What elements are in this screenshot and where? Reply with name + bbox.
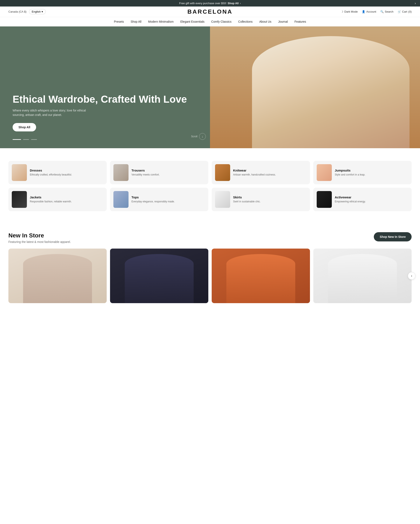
hero-dot-3[interactable] bbox=[31, 139, 37, 140]
category-thumb-knitwear bbox=[215, 164, 230, 181]
main-nav: Presets Shop All Modern Minimalism Elega… bbox=[0, 17, 420, 26]
hero-dot-2[interactable] bbox=[23, 139, 29, 140]
product-card-3[interactable] bbox=[212, 249, 310, 303]
category-desc-skirts: Swirl in sustainable chic. bbox=[233, 200, 261, 203]
country-label: Canada (CA $) bbox=[9, 10, 26, 13]
cart-button[interactable]: 🛒 Cart (0) bbox=[398, 10, 411, 13]
nav-item-shop-all[interactable]: Shop All bbox=[131, 20, 141, 23]
model-shape bbox=[252, 36, 410, 148]
user-icon: 👤 bbox=[362, 10, 365, 13]
products-next-arrow[interactable]: › bbox=[408, 272, 415, 280]
category-card-knitwear[interactable]: Knitwear Artisan warmth, handcrafted coz… bbox=[212, 161, 310, 184]
nav-item-comfy-classics[interactable]: Comfy Classics bbox=[211, 20, 231, 23]
product-thumb-2 bbox=[110, 249, 208, 303]
language-selector[interactable]: English ▾ bbox=[29, 9, 46, 14]
hero-section: Ethical Wardrobe, Crafted With Love Wher… bbox=[0, 26, 420, 148]
hero-heading: Ethical Wardrobe, Crafted With Love bbox=[13, 93, 197, 105]
category-info-activewear: Activewear Empowering ethical energy. bbox=[335, 195, 366, 203]
hero-dots bbox=[13, 139, 37, 140]
categories-section: Dresses Ethically crafted, effortlessly … bbox=[0, 148, 420, 224]
category-name-tops: Tops bbox=[131, 195, 175, 199]
nav-item-journal[interactable]: Journal bbox=[278, 20, 288, 23]
nav-item-collections[interactable]: Collections bbox=[238, 20, 253, 23]
category-info-knitwear: Knitwear Artisan warmth, handcrafted coz… bbox=[233, 169, 276, 176]
category-info-tops: Tops Everyday elegance, responsibly made… bbox=[131, 195, 175, 203]
announcement-bar: Free gift with every purchase over $50! … bbox=[0, 0, 420, 7]
product-thumb-1 bbox=[9, 249, 107, 303]
category-desc-dresses: Ethically crafted, effortlessly beautifu… bbox=[30, 173, 72, 176]
product-card-2[interactable] bbox=[110, 249, 208, 303]
category-thumb-jumpsuits bbox=[317, 164, 332, 181]
new-in-heading: New In Store bbox=[9, 232, 71, 239]
announcement-arrow-icon: › bbox=[240, 2, 241, 5]
product-model-2 bbox=[125, 254, 194, 303]
hero-scroll: Scroll ↓ bbox=[191, 133, 206, 140]
moon-icon: ☽ bbox=[341, 10, 343, 13]
category-card-dresses[interactable]: Dresses Ethically crafted, effortlessly … bbox=[9, 161, 107, 184]
dark-mode-label: Dark Mode bbox=[344, 10, 358, 13]
announcement-link[interactable]: Shop All bbox=[228, 2, 239, 5]
category-name-activewear: Activewear bbox=[335, 195, 366, 199]
hero-cta-button[interactable]: Shop All bbox=[13, 123, 36, 131]
cart-label: Cart bbox=[402, 10, 407, 13]
announcement-text: Free gift with every purchase over $50! bbox=[179, 2, 226, 5]
category-name-skirts: Skirts bbox=[233, 195, 261, 199]
search-button[interactable]: 🔍 Search bbox=[380, 10, 393, 13]
hero-right bbox=[210, 26, 420, 148]
category-thumb-jackets bbox=[12, 191, 27, 208]
category-thumb-activewear bbox=[317, 191, 332, 208]
category-card-jumpsuits[interactable]: Jumpsuits Style and comfort in a leap. bbox=[313, 161, 411, 184]
new-in-subheading: Featuring the latest & most fashionable … bbox=[9, 240, 71, 244]
category-card-skirts[interactable]: Skirts Swirl in sustainable chic. bbox=[212, 188, 310, 211]
account-label: Account bbox=[366, 10, 376, 13]
product-model-3 bbox=[226, 254, 295, 303]
brand-logo[interactable]: BARCELONA bbox=[188, 9, 233, 15]
products-grid: › bbox=[9, 249, 411, 303]
product-card-4[interactable] bbox=[313, 249, 411, 303]
category-info-skirts: Skirts Swirl in sustainable chic. bbox=[233, 195, 261, 203]
category-thumb-skirts bbox=[215, 191, 230, 208]
shop-new-in-button[interactable]: Shop New In Store bbox=[374, 232, 411, 241]
category-desc-trousers: Versatility meets comfort. bbox=[131, 173, 160, 176]
search-icon: 🔍 bbox=[380, 10, 384, 13]
nav-item-modern-minimalism[interactable]: Modern Minimalism bbox=[148, 20, 174, 23]
scroll-down-icon[interactable]: ↓ bbox=[199, 133, 206, 140]
new-in-section: New In Store Featuring the latest & most… bbox=[0, 224, 420, 316]
header: Canada (CA $) English ▾ BARCELONA ☽ Dark… bbox=[0, 7, 420, 17]
dark-mode-button[interactable]: ☽ Dark Mode bbox=[341, 10, 358, 13]
nav-item-about-us[interactable]: About Us bbox=[259, 20, 271, 23]
category-desc-jackets: Responsible fashion, reliable warmth. bbox=[30, 200, 72, 203]
category-desc-jumpsuits: Style and comfort in a leap. bbox=[335, 173, 365, 176]
header-left: Canada (CA $) English ▾ bbox=[9, 9, 46, 14]
nav-item-presets[interactable]: Presets bbox=[114, 20, 124, 23]
nav-item-elegant-essentials[interactable]: Elegant Essentials bbox=[180, 20, 205, 23]
category-card-trousers[interactable]: Trousers Versatility meets comfort. bbox=[110, 161, 208, 184]
account-button[interactable]: 👤 Account bbox=[362, 10, 376, 13]
category-info-jackets: Jackets Responsible fashion, reliable wa… bbox=[30, 195, 72, 203]
new-in-header: New In Store Featuring the latest & most… bbox=[9, 232, 411, 244]
category-thumb-dresses bbox=[12, 164, 27, 181]
nav-item-features[interactable]: Features bbox=[294, 20, 306, 23]
announcement-close-button[interactable]: › bbox=[415, 1, 416, 5]
category-info-dresses: Dresses Ethically crafted, effortlessly … bbox=[30, 169, 72, 176]
categories-grid: Dresses Ethically crafted, effortlessly … bbox=[9, 161, 411, 211]
category-name-knitwear: Knitwear bbox=[233, 169, 276, 172]
category-name-trousers: Trousers bbox=[131, 169, 160, 172]
category-card-tops[interactable]: Tops Everyday elegance, responsibly made… bbox=[110, 188, 208, 211]
category-thumb-tops bbox=[114, 191, 129, 208]
search-label: Search bbox=[385, 10, 393, 13]
product-model-1 bbox=[23, 254, 92, 303]
category-name-jumpsuits: Jumpsuits bbox=[335, 169, 365, 172]
category-card-activewear[interactable]: Activewear Empowering ethical energy. bbox=[313, 188, 411, 211]
product-thumb-3 bbox=[212, 249, 310, 303]
chevron-down-icon: ▾ bbox=[42, 10, 43, 13]
product-card-1[interactable] bbox=[9, 249, 107, 303]
new-in-header-left: New In Store Featuring the latest & most… bbox=[9, 232, 71, 244]
category-card-jackets[interactable]: Jackets Responsible fashion, reliable wa… bbox=[9, 188, 107, 211]
hero-dot-1[interactable] bbox=[13, 139, 21, 140]
category-name-dresses: Dresses bbox=[30, 169, 72, 172]
category-info-jumpsuits: Jumpsuits Style and comfort in a leap. bbox=[335, 169, 365, 176]
product-model-4 bbox=[328, 254, 397, 303]
hero-left: Ethical Wardrobe, Crafted With Love Wher… bbox=[0, 26, 210, 148]
category-desc-tops: Everyday elegance, responsibly made. bbox=[131, 200, 175, 203]
